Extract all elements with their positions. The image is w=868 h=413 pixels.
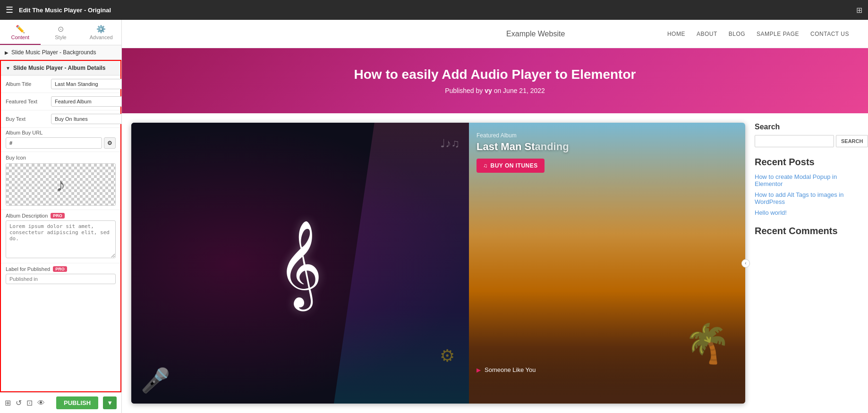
publish-arrow-button[interactable]: ▼ (103, 396, 117, 409)
hero-title: How to easily Add Audio Player to Elemen… (131, 67, 859, 82)
nav-about[interactable]: ABOUT (697, 31, 717, 37)
top-bar: ☰ Edit The Music Player - Original ⊞ (0, 0, 868, 20)
advanced-icon: ⚙️ (83, 25, 119, 34)
right-sidebar: Search SEARCH Recent Posts How to create… (755, 123, 859, 404)
preview-icon[interactable]: 👁 (37, 399, 45, 407)
album-description-section: Album Description PRO (1, 210, 120, 263)
icon-upload-box[interactable]: ♪ (6, 163, 116, 206)
track-item: ▶ Someone Like You (477, 364, 738, 375)
responsive-icon[interactable]: ⊡ (26, 398, 33, 407)
treble-clef-icon: 𝄞 (278, 226, 323, 301)
album-overlay: Featured Album Last Man Standing ♫ BUY O… (477, 132, 738, 173)
bottom-bar: ⊞ ↺ ⊡ 👁 PUBLISH ▼ (0, 392, 121, 413)
album-buy-url-row: Album Buy URL ⚙ (1, 128, 120, 152)
featured-text-label: Featured Text (6, 99, 48, 104)
published-section: Label for Published PRO (1, 263, 120, 287)
chevron-down-icon: ▼ (6, 66, 10, 71)
hero-subtitle: Published by vy on June 21, 2022 (131, 87, 859, 94)
url-settings-button[interactable]: ⚙ (104, 137, 116, 149)
buy-on-itunes-button[interactable]: ♫ BUY ON ITUNES (477, 159, 545, 173)
album-details-section: ▼ Slide Music Player - Album Details Alb… (0, 60, 121, 392)
buy-icon-section: Buy Icon ♪ (1, 152, 120, 210)
album-title-row: Album Title (1, 76, 120, 93)
featured-text-display: Featured Album (477, 132, 738, 139)
nav-contact-us[interactable]: CONTACT US (810, 31, 849, 37)
pro-badge-description: PRO (51, 213, 65, 219)
sidebar: ✏️ Content ⊙ Style ⚙️ Advanced ▶ Slide M… (0, 20, 122, 413)
music-note-icon: ♪ (56, 174, 66, 195)
music-buy-icon: ♫ (483, 162, 488, 169)
album-details-label: Slide Music Player - Album Details (13, 65, 106, 71)
tab-advanced[interactable]: ⚙️ Advanced (81, 20, 121, 45)
tab-content[interactable]: ✏️ Content (0, 20, 41, 45)
chevron-right-icon: ▶ (5, 50, 9, 55)
album-description-textarea[interactable] (6, 220, 116, 258)
buy-button-label: BUY ON ITUNES (491, 162, 538, 169)
search-label: Search (755, 123, 859, 131)
sidebar-tabs: ✏️ Content ⊙ Style ⚙️ Advanced (0, 20, 121, 45)
nav-home[interactable]: HOME (667, 31, 685, 37)
collapse-panel-arrow[interactable]: ‹ (741, 259, 750, 268)
album-details-header[interactable]: ▼ Slide Music Player - Album Details (1, 61, 120, 76)
album-description-label: Album Description (6, 213, 48, 219)
music-notes-deco: ♩♪♫ (440, 137, 460, 150)
search-button[interactable]: SEARCH (836, 135, 868, 147)
style-icon: ⊙ (43, 25, 79, 34)
buy-text-row: Buy Text (1, 110, 120, 128)
site-title: Example Website (404, 30, 667, 38)
featured-text-input[interactable] (51, 96, 122, 107)
history-icon[interactable]: ↺ (16, 398, 22, 407)
hamburger-icon[interactable]: ☰ (6, 5, 13, 15)
hero-section: How to easily Add Audio Player to Elemen… (122, 48, 868, 113)
album-title-label: Album Title (6, 81, 48, 87)
search-section: Search SEARCH (755, 123, 859, 147)
album-title-display: Last Man Standing (477, 141, 738, 153)
palm-decoration: 🌴 (684, 321, 731, 366)
content-icon: ✏️ (2, 25, 39, 34)
backgrounds-section-header[interactable]: ▶ Slide Music Player - Backgrounds (0, 45, 121, 60)
music-player: 𝄞 🎤 ♩♪♫ ⚙ 🌴 (131, 123, 745, 404)
featured-text-row: Featured Text (1, 93, 120, 110)
hero-author: vy (485, 87, 492, 94)
grid-icon[interactable]: ⊞ (856, 6, 862, 15)
buy-text-input[interactable] (51, 114, 122, 124)
buy-icon-label: Buy Icon (6, 155, 116, 160)
backgrounds-label: Slide Music Player - Backgrounds (11, 49, 96, 56)
recent-comments-title: Recent Comments (755, 226, 859, 236)
pro-badge-published: PRO (53, 266, 67, 272)
music-player-wrap: 𝄞 🎤 ♩♪♫ ⚙ 🌴 (131, 123, 745, 404)
microphone-icon: 🎤 (141, 367, 170, 394)
cd-icon: ⚙ (440, 346, 455, 366)
player-left: 𝄞 🎤 ♩♪♫ ⚙ (131, 123, 469, 404)
track-list: ▶ Someone Like You (477, 364, 738, 375)
published-label: Label for Published (6, 266, 50, 272)
recent-comments-section: Recent Comments (755, 226, 859, 236)
track-title: Someone Like You (485, 366, 536, 373)
recent-post-0[interactable]: How to create Modal Popup in Elementor (755, 173, 859, 187)
content-area: 𝄞 🎤 ♩♪♫ ⚙ 🌴 (122, 113, 868, 413)
nav-sample-page[interactable]: SAMPLE PAGE (757, 31, 799, 37)
hero-subtitle-suffix: on June 21, 2022 (492, 87, 545, 94)
player-right: 🌴 Featured Album Last Man Standing ♫ BUY… (469, 123, 745, 404)
play-icon[interactable]: ▶ (477, 367, 481, 373)
website-nav: Example Website HOME ABOUT BLOG SAMPLE P… (122, 20, 868, 48)
album-title-input[interactable] (51, 79, 122, 89)
tab-style[interactable]: ⊙ Style (41, 20, 81, 45)
layers-icon[interactable]: ⊞ (5, 398, 11, 407)
nav-links: HOME ABOUT BLOG SAMPLE PAGE CONTACT US (667, 31, 849, 37)
recent-posts-title: Recent Posts (755, 157, 859, 168)
recent-post-1[interactable]: How to add Alt Tags to images in WordPre… (755, 191, 859, 205)
publish-button[interactable]: PUBLISH (56, 396, 98, 409)
published-input[interactable] (6, 274, 116, 284)
buy-text-label: Buy Text (6, 116, 48, 122)
hero-subtitle-prefix: Published by (445, 87, 485, 94)
search-input[interactable] (755, 135, 834, 147)
main-content: Example Website HOME ABOUT BLOG SAMPLE P… (122, 20, 868, 413)
nav-blog[interactable]: BLOG (729, 31, 745, 37)
recent-post-2[interactable]: Hello world! (755, 209, 859, 216)
recent-posts-section: Recent Posts How to create Modal Popup i… (755, 157, 859, 216)
album-buy-url-label: Album Buy URL (6, 130, 116, 135)
editor-title: Edit The Music Player - Original (19, 7, 851, 14)
album-buy-url-input[interactable] (6, 137, 102, 149)
